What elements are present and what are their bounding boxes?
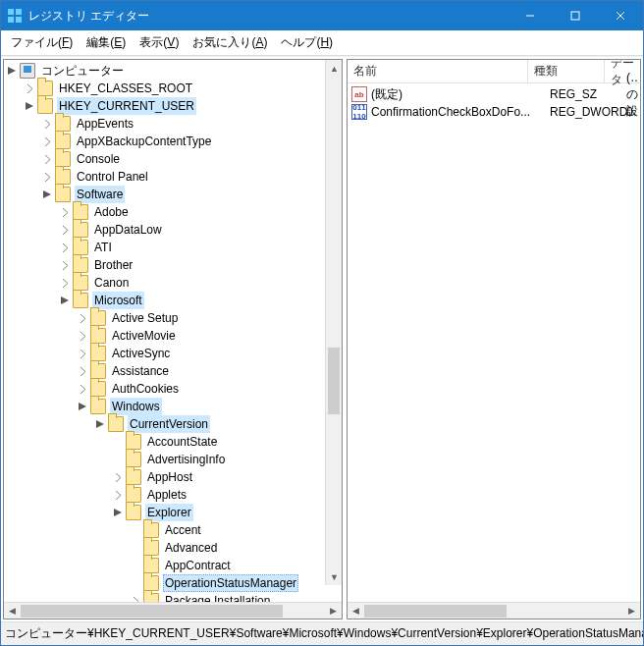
column-header-name[interactable]: 名前 — [348, 60, 528, 82]
expander-icon[interactable] — [22, 81, 37, 96]
tree-item[interactable]: AccountState — [4, 433, 342, 451]
expander-icon[interactable] — [75, 310, 90, 326]
menu-favorites[interactable]: お気に入り(A) — [187, 32, 273, 53]
expander-icon[interactable] — [75, 399, 90, 414]
folder-icon — [73, 293, 88, 308]
expander-icon[interactable] — [39, 151, 55, 167]
tree-item[interactable]: Accent — [4, 521, 342, 539]
tree-item-explorer[interactable]: Explorer — [4, 504, 342, 521]
folder-icon — [90, 346, 106, 361]
tree-item[interactable]: AuthCookies — [4, 380, 342, 398]
folder-icon — [143, 558, 159, 573]
tree-item[interactable]: Brother — [4, 256, 342, 274]
scroll-track[interactable] — [21, 604, 325, 619]
folder-icon — [73, 240, 88, 255]
tree-item[interactable]: ATI — [4, 239, 342, 256]
tree-item[interactable]: Active Setup — [4, 309, 342, 327]
expander-icon[interactable] — [39, 169, 55, 185]
values-list[interactable]: ab (既定) REG_SZ (値の設 011110 ConfirmationC… — [348, 83, 640, 602]
list-item[interactable]: 011110 ConfirmationCheckBoxDoFo... REG_D… — [348, 103, 640, 121]
folder-icon — [126, 469, 141, 485]
tree-item[interactable]: ActiveSync — [4, 345, 342, 362]
expander-icon[interactable] — [110, 487, 126, 503]
tree-item[interactable]: AppDataLow — [4, 221, 342, 239]
tree-item[interactable]: Package Installation — [4, 592, 342, 602]
menu-edit[interactable]: 編集(E) — [80, 32, 132, 53]
tree-item-windows[interactable]: Windows — [4, 398, 342, 415]
expander-icon[interactable] — [128, 593, 143, 602]
expander-icon[interactable] — [75, 346, 90, 361]
expander-icon[interactable] — [75, 363, 90, 379]
folder-icon — [55, 151, 71, 167]
scroll-left-button[interactable]: ◀ — [348, 604, 364, 619]
scroll-track[interactable] — [364, 604, 623, 619]
expander-icon[interactable] — [92, 416, 108, 432]
tree-vertical-scrollbar[interactable]: ▲ ▼ — [325, 60, 342, 585]
tree-horizontal-scrollbar[interactable]: ◀ ▶ — [4, 602, 342, 619]
tree-item-opstatusmanager[interactable]: OperationStatusManager — [4, 574, 342, 592]
tree-item[interactable]: Applets — [4, 486, 342, 504]
expander-icon[interactable] — [75, 328, 90, 344]
folder-icon — [90, 363, 106, 379]
scroll-thumb[interactable] — [364, 605, 507, 618]
folder-icon — [90, 310, 106, 326]
expander-icon[interactable] — [39, 134, 55, 149]
svg-rect-3 — [16, 17, 22, 23]
menu-view[interactable]: 表示(V) — [134, 32, 185, 53]
window-title: レジストリ エディター — [28, 8, 508, 25]
scroll-thumb[interactable] — [21, 605, 283, 618]
maximize-button[interactable] — [553, 1, 598, 30]
folder-icon — [90, 328, 106, 344]
tree-item-currentversion[interactable]: CurrentVersion — [4, 415, 342, 433]
folder-icon — [73, 275, 88, 291]
tree-item[interactable]: Canon — [4, 274, 342, 292]
scroll-track[interactable] — [326, 77, 342, 568]
tree-item-software[interactable]: Software — [4, 186, 342, 203]
expander-icon[interactable] — [57, 204, 73, 220]
list-horizontal-scrollbar[interactable]: ◀ ▶ — [348, 602, 640, 619]
folder-icon — [55, 134, 71, 149]
menu-help[interactable]: ヘルプ(H) — [275, 32, 339, 53]
folder-icon — [143, 540, 159, 556]
tree-item[interactable]: AppHost — [4, 468, 342, 486]
scroll-thumb[interactable] — [328, 348, 340, 414]
tree-item[interactable]: Advanced — [4, 539, 342, 557]
expander-icon[interactable] — [110, 469, 126, 485]
tree-item-microsoft[interactable]: Microsoft — [4, 292, 342, 309]
list-item[interactable]: ab (既定) REG_SZ (値の設 — [348, 85, 640, 103]
expander-icon[interactable] — [110, 505, 126, 520]
tree-item[interactable]: Adobe — [4, 203, 342, 221]
scroll-right-button[interactable]: ▶ — [623, 604, 640, 619]
folder-icon — [55, 116, 71, 132]
expander-icon[interactable] — [57, 222, 73, 238]
expander-icon[interactable] — [4, 63, 20, 79]
svg-rect-2 — [8, 17, 14, 23]
expander-icon[interactable] — [57, 293, 73, 308]
expander-icon[interactable] — [57, 240, 73, 255]
minimize-button[interactable] — [508, 1, 553, 30]
scroll-up-button[interactable]: ▲ — [327, 60, 342, 77]
expander-icon[interactable] — [75, 381, 90, 397]
tree-item[interactable]: Assistance — [4, 362, 342, 380]
expander-icon[interactable] — [39, 116, 55, 132]
tree-item-computer[interactable]: コンピューター — [4, 62, 342, 80]
expander-icon[interactable] — [22, 98, 37, 114]
menu-file[interactable]: ファイル(F) — [5, 32, 79, 53]
expander-icon[interactable] — [39, 187, 55, 202]
tree-item[interactable]: AppContract — [4, 557, 342, 574]
tree-item[interactable]: ActiveMovie — [4, 327, 342, 345]
folder-icon — [126, 452, 141, 467]
folder-icon — [73, 222, 88, 238]
close-button[interactable] — [598, 1, 643, 30]
computer-icon — [20, 63, 35, 79]
folder-icon — [55, 187, 71, 202]
registry-tree[interactable]: コンピューター HKEY_CLASSES_ROOT HKEY_CURRENT_U… — [4, 60, 342, 602]
expander-icon[interactable] — [57, 275, 73, 291]
tree-item-hkcr[interactable]: HKEY_CLASSES_ROOT — [4, 80, 342, 97]
tree-item[interactable]: AdvertisingInfo — [4, 451, 342, 468]
scroll-left-button[interactable]: ◀ — [4, 604, 21, 619]
expander-icon[interactable] — [57, 257, 73, 273]
scroll-down-button[interactable]: ▼ — [327, 568, 342, 585]
column-header-type[interactable]: 種類 — [528, 60, 605, 82]
scroll-right-button[interactable]: ▶ — [325, 604, 342, 619]
